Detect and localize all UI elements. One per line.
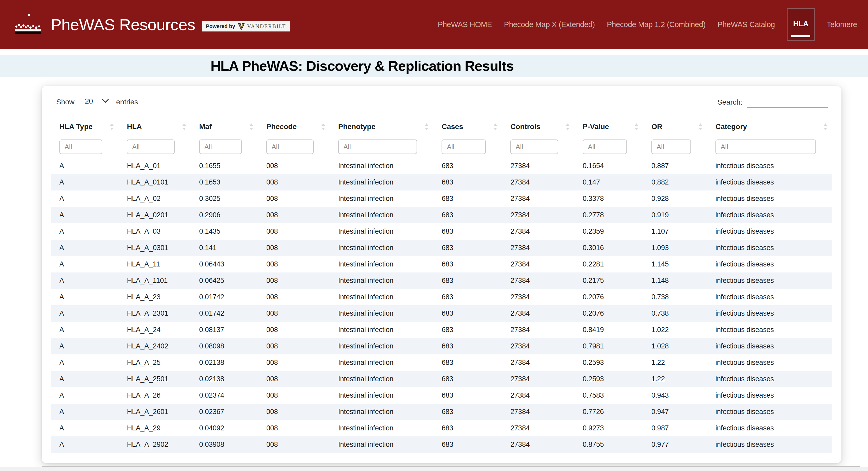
- search-input[interactable]: [747, 96, 828, 108]
- cell-phecode: 008: [258, 256, 330, 273]
- sort-icon[interactable]: [182, 123, 186, 130]
- nav-item-hla[interactable]: HLA: [787, 8, 815, 41]
- cell-category: infectious diseases: [707, 322, 832, 338]
- cell-category: infectious diseases: [707, 420, 832, 436]
- cell-phecode: 008: [258, 190, 330, 207]
- column-header-hla[interactable]: HLA: [119, 118, 191, 136]
- column-header-or[interactable]: OR: [643, 118, 707, 136]
- column-header-category[interactable]: Category: [707, 118, 832, 136]
- cell-or: 1.022: [643, 322, 707, 338]
- cell-p-value: 0.2593: [574, 371, 643, 387]
- cell-category: infectious diseases: [707, 371, 832, 387]
- cell-hla: HLA_A_24: [119, 322, 191, 338]
- nav-item-telomere[interactable]: Telomere: [827, 20, 857, 29]
- page-length-control: Show 20 entries: [56, 96, 138, 108]
- filter-input-p-value[interactable]: [583, 139, 627, 154]
- filter-input-phecode[interactable]: [266, 139, 314, 154]
- cell-category: infectious diseases: [707, 174, 832, 190]
- cell-cases: 683: [433, 207, 502, 223]
- cell-cases: 683: [433, 322, 502, 338]
- filter-input-cases[interactable]: [441, 139, 486, 154]
- cell-phecode: 008: [258, 223, 330, 240]
- column-header-cases[interactable]: Cases: [433, 118, 502, 136]
- column-header-phenotype[interactable]: Phenotype: [330, 118, 433, 136]
- page-length-select[interactable]: 20: [82, 97, 101, 105]
- results-table-body: AHLA_A_010.1655008Intestinal infection68…: [51, 158, 832, 453]
- cell-p-value: 0.2359: [574, 223, 643, 240]
- sort-icon[interactable]: [634, 123, 639, 130]
- cell-p-value: 0.3016: [574, 240, 643, 256]
- cell-category: infectious diseases: [707, 207, 832, 223]
- column-header-hla-type[interactable]: HLA Type: [51, 118, 119, 136]
- cell-phenotype: Intestinal infection: [330, 256, 433, 273]
- cell-controls: 27384: [502, 223, 574, 240]
- sort-icon[interactable]: [425, 123, 429, 130]
- cell-cases: 683: [433, 436, 502, 453]
- column-header-controls[interactable]: Controls: [502, 118, 574, 136]
- sort-icon[interactable]: [493, 123, 497, 130]
- cell-category: infectious diseases: [707, 190, 832, 207]
- cell-category: infectious diseases: [707, 387, 832, 404]
- cell-maf: 0.141: [191, 240, 258, 256]
- cell-or: 1.093: [643, 240, 707, 256]
- cell-phecode: 008: [258, 174, 330, 190]
- column-header-phecode[interactable]: Phecode: [258, 118, 330, 136]
- nav-item-phewas-home[interactable]: PheWAS HOME: [438, 20, 492, 29]
- cell-controls: 27384: [502, 404, 574, 420]
- cell-p-value: 0.9273: [574, 420, 643, 436]
- column-label: Cases: [441, 123, 463, 131]
- cell-or: 1.107: [643, 223, 707, 240]
- column-header-maf[interactable]: Maf: [191, 118, 258, 136]
- filter-input-hla-type[interactable]: [59, 139, 102, 154]
- cell-controls: 27384: [502, 174, 574, 190]
- column-label: P-Value: [583, 123, 609, 131]
- cell-maf: 0.02367: [191, 404, 258, 420]
- cell-phecode: 008: [258, 322, 330, 338]
- nav-item-phecode-map-x-extended[interactable]: Phecode Map X (Extended): [504, 20, 595, 29]
- sort-icon[interactable]: [321, 123, 325, 130]
- filter-input-category[interactable]: [715, 139, 816, 154]
- cell-hla: HLA_A_25: [119, 354, 191, 371]
- search-control: Search:: [717, 96, 828, 108]
- filter-input-or[interactable]: [651, 139, 691, 154]
- table-controls: Show 20 entries Search:: [51, 94, 832, 110]
- filter-cell-or: [643, 136, 707, 158]
- cell-hla-type: A: [51, 207, 119, 223]
- cell-p-value: 0.7583: [574, 387, 643, 404]
- cell-cases: 683: [433, 240, 502, 256]
- cell-phecode: 008: [258, 338, 330, 354]
- cell-p-value: 0.7981: [574, 338, 643, 354]
- cell-category: infectious diseases: [707, 305, 832, 322]
- cell-phenotype: Intestinal infection: [330, 387, 433, 404]
- cell-hla: HLA_A_2301: [119, 305, 191, 322]
- page-length-select-wrap: 20: [81, 96, 111, 108]
- cell-or: 1.145: [643, 256, 707, 273]
- sort-icon[interactable]: [566, 123, 570, 130]
- cell-phenotype: Intestinal infection: [330, 354, 433, 371]
- sort-icon[interactable]: [110, 123, 114, 130]
- sort-icon[interactable]: [249, 123, 253, 130]
- cell-category: infectious diseases: [707, 273, 832, 289]
- cell-or: 1.028: [643, 338, 707, 354]
- column-label: HLA: [127, 123, 142, 131]
- cell-phenotype: Intestinal infection: [330, 305, 433, 322]
- column-header-p-value[interactable]: P-Value: [574, 118, 643, 136]
- sort-icon[interactable]: [824, 123, 827, 130]
- page-title: HLA PheWAS: Discovery & Replication Resu…: [0, 58, 724, 74]
- cell-hla-type: A: [51, 289, 119, 305]
- sort-icon[interactable]: [699, 123, 703, 130]
- filter-input-maf[interactable]: [199, 139, 242, 154]
- table-row: AHLA_A_24020.08098008Intestinal infectio…: [51, 338, 832, 354]
- cell-or: 0.887: [643, 158, 707, 174]
- cell-phecode: 008: [258, 273, 330, 289]
- cell-category: infectious diseases: [707, 338, 832, 354]
- nav-item-phewas-catalog[interactable]: PheWAS Catalog: [717, 20, 775, 29]
- cell-controls: 27384: [502, 436, 574, 453]
- cell-phenotype: Intestinal infection: [330, 190, 433, 207]
- nav-item-phecode-map-1-2-combined[interactable]: Phecode Map 1.2 (Combined): [607, 20, 706, 29]
- cell-phenotype: Intestinal infection: [330, 273, 433, 289]
- column-label: Controls: [510, 123, 540, 131]
- filter-input-controls[interactable]: [510, 139, 558, 154]
- filter-input-phenotype[interactable]: [338, 139, 417, 154]
- filter-input-hla[interactable]: [127, 139, 175, 154]
